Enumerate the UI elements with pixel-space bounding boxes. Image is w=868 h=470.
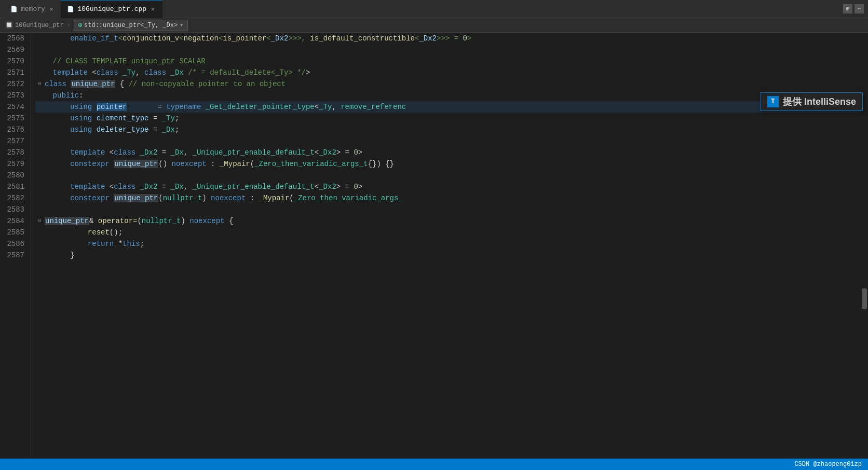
code-line-2585: reset(); xyxy=(35,227,868,238)
ln-2574: 2574 xyxy=(0,101,24,113)
code-line-2574: using pointer = typename _Get_deleter_po… xyxy=(35,101,868,113)
ln-2583: 2583 xyxy=(0,204,24,215)
ln-2584: 2584 xyxy=(0,215,24,227)
more-actions-button[interactable]: ⋯ xyxy=(855,4,864,13)
ln-2571: 2571 xyxy=(0,67,24,78)
code-content-2584: unique_ptr& operator=(nullptr_t) noexcep… xyxy=(45,215,233,227)
tab-memory-icon: 📄 xyxy=(10,6,18,12)
breadcrumb-separator: › xyxy=(67,22,71,29)
code-line-2572: ⊟ class unique_ptr { // non-copyable poi… xyxy=(35,78,868,90)
ln-2586: 2586 xyxy=(0,238,24,250)
ln-2570: 2570 xyxy=(0,56,24,67)
ln-2575: 2575 xyxy=(0,113,24,124)
status-text: CSDN @zhaopeng01zp xyxy=(794,461,862,468)
code-line-2577 xyxy=(35,135,868,147)
file-icon: 🔲 xyxy=(5,21,13,29)
ln-2580: 2580 xyxy=(0,170,24,181)
ln-2573: 2573 xyxy=(0,90,24,101)
code-content-2587: } xyxy=(35,250,75,261)
ln-2578: 2578 xyxy=(0,147,24,158)
split-editor-button[interactable]: ⊞ xyxy=(843,4,852,13)
code-line-2579: constexpr unique_ptr() noexcept : _Mypai… xyxy=(35,158,868,170)
breadcrumb-filename[interactable]: 106unique_ptr xyxy=(15,22,64,29)
intellisense-selector[interactable]: ⊕ std::unique_ptr<_Ty, _Dx> ▾ xyxy=(74,20,188,31)
code-line-2576: using deleter_type = _Dx; xyxy=(35,124,868,135)
ln-2568: 2568 xyxy=(0,33,24,44)
code-content-2568: enable_if_t<conjunction_v<negation<is_po… xyxy=(35,33,471,44)
code-area[interactable]: enable_if_t<conjunction_v<negation<is_po… xyxy=(31,33,868,459)
code-line-2580 xyxy=(35,170,868,181)
code-line-2569 xyxy=(35,44,868,56)
code-content-2572: class unique_ptr { // non-copyable point… xyxy=(45,78,286,90)
code-line-2586: return *this; xyxy=(35,238,868,250)
tab-106-close[interactable]: ✕ xyxy=(150,5,156,13)
intellisense-popup[interactable]: T 提供 IntelliSense xyxy=(761,92,863,111)
ln-2582: 2582 xyxy=(0,192,24,204)
selector-icon: ⊕ xyxy=(78,21,82,29)
editor: 2568 2569 2570 2571 2572 2573 2574 2575 … xyxy=(0,33,868,459)
ln-2577: 2577 xyxy=(0,135,24,147)
code-line-2578: template <class _Dx2 = _Dx, _Unique_ptr_… xyxy=(35,147,868,158)
selector-chevron: ▾ xyxy=(180,21,183,29)
code-line-2568: enable_if_t<conjunction_v<negation<is_po… xyxy=(35,33,868,44)
tab-memory-close[interactable]: ✕ xyxy=(48,5,55,13)
intellisense-t-icon: T xyxy=(767,96,779,107)
tab-106-label: 106unique_ptr.cpp xyxy=(77,5,146,13)
code-line-2587: } xyxy=(35,250,868,261)
tab-memory-label: memory xyxy=(21,5,45,13)
status-bar: CSDN @zhaopeng01zp xyxy=(0,459,868,470)
fold-icon-2572[interactable]: ⊟ xyxy=(35,80,44,88)
ln-2581: 2581 xyxy=(0,181,24,192)
ln-2572: 2572 xyxy=(0,78,24,90)
intellisense-text: 提供 IntelliSense xyxy=(783,96,856,107)
selector-text: std::unique_ptr<_Ty, _Dx> xyxy=(84,22,178,29)
code-line-2575: using element_type = _Ty; xyxy=(35,113,868,124)
code-content-2582: constexpr unique_ptr(nullptr_t) noexcept… xyxy=(35,192,403,204)
ln-2587: 2587 xyxy=(0,250,24,261)
code-line-2571: template <class _Ty, class _Dx /* = defa… xyxy=(35,67,868,78)
fold-icon-2584[interactable]: ⊟ xyxy=(35,217,44,225)
code-content-2574: using pointer = typename _Get_deleter_po… xyxy=(35,101,406,113)
code-content-2570: // CLASS TEMPLATE unique_ptr SCALAR xyxy=(35,56,206,67)
tab-106unique[interactable]: 📄 106unique_ptr.cpp ✕ xyxy=(61,0,162,18)
code-line-2583 xyxy=(35,204,868,215)
ln-2576: 2576 xyxy=(0,124,24,135)
breadcrumb-bar: 🔲 106unique_ptr › ⊕ std::unique_ptr<_Ty,… xyxy=(0,18,868,33)
code-line-2570: // CLASS TEMPLATE unique_ptr SCALAR xyxy=(35,56,868,67)
breadcrumb-file: 🔲 106unique_ptr xyxy=(5,21,64,29)
line-numbers: 2568 2569 2570 2571 2572 2573 2574 2575 … xyxy=(0,33,31,459)
code-content-2586: return *this; xyxy=(35,238,144,250)
scrollbar-thumb[interactable] xyxy=(862,288,867,309)
code-content-2579: constexpr unique_ptr() noexcept : _Mypai… xyxy=(35,158,394,170)
code-content-2575: using element_type = _Ty; xyxy=(35,113,179,124)
window-controls: ⊞ ⋯ xyxy=(843,4,864,13)
code-content-2585: reset(); xyxy=(35,227,123,238)
code-line-2584: ⊟ unique_ptr& operator=(nullptr_t) noexc… xyxy=(35,215,868,227)
code-line-2581: template <class _Dx2 = _Dx, _Unique_ptr_… xyxy=(35,181,868,192)
code-content-2576: using deleter_type = _Dx; xyxy=(35,124,179,135)
tab-106-icon: 📄 xyxy=(67,6,74,12)
code-content-2581: template <class _Dx2 = _Dx, _Unique_ptr_… xyxy=(35,181,362,192)
code-line-2573: public: xyxy=(35,90,868,101)
code-line-2582: constexpr unique_ptr(nullptr_t) noexcept… xyxy=(35,192,868,204)
code-content-2578: template <class _Dx2 = _Dx, _Unique_ptr_… xyxy=(35,147,362,158)
ln-2579: 2579 xyxy=(0,158,24,170)
ln-2569: 2569 xyxy=(0,44,24,56)
tab-memory[interactable]: 📄 memory ✕ xyxy=(4,0,61,18)
ln-2585: 2585 xyxy=(0,227,24,238)
title-bar: 📄 memory ✕ 📄 106unique_ptr.cpp ✕ ⊞ ⋯ xyxy=(0,0,868,18)
code-content-2571: template <class _Ty, class _Dx /* = defa… xyxy=(35,67,310,78)
code-content-2573: public: xyxy=(35,90,83,101)
